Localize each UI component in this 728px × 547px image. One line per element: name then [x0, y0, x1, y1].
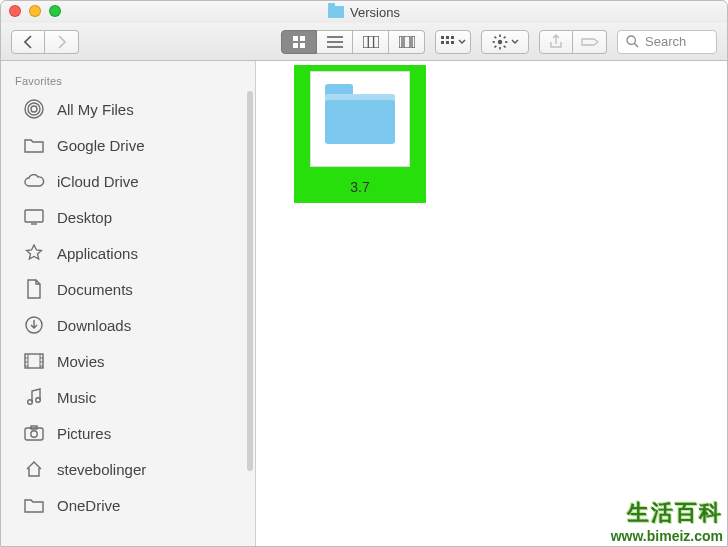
- sidebar-item-label: All My Files: [57, 101, 134, 118]
- gallery-view-button[interactable]: [389, 30, 425, 54]
- finder-window: Versions: [0, 0, 728, 547]
- tags-button[interactable]: [573, 30, 607, 54]
- tag-icon: [581, 36, 599, 48]
- sidebar-item-documents[interactable]: Documents: [1, 271, 255, 307]
- forward-button[interactable]: [45, 30, 79, 54]
- chevron-down-icon: [458, 39, 466, 45]
- arrange-segment: [435, 30, 471, 54]
- sidebar-item-desktop[interactable]: Desktop: [1, 199, 255, 235]
- sidebar-item-onedrive[interactable]: OneDrive: [1, 487, 255, 523]
- titlebar[interactable]: Versions: [1, 1, 727, 23]
- svg-point-46: [36, 398, 41, 403]
- body: Favorites All My Files Google Drive iClo…: [1, 61, 727, 546]
- share-icon: [549, 34, 563, 50]
- pictures-icon: [23, 422, 45, 444]
- chevron-down-icon: [511, 39, 519, 45]
- svg-line-29: [634, 43, 638, 47]
- action-button[interactable]: [481, 30, 529, 54]
- toolbar: Search: [1, 23, 727, 61]
- home-icon: [23, 458, 45, 480]
- chevron-right-icon: [57, 35, 66, 49]
- sidebar-item-music[interactable]: Music: [1, 379, 255, 415]
- window-title-text: Versions: [350, 5, 400, 20]
- sidebar-item-label: OneDrive: [57, 497, 120, 514]
- back-button[interactable]: [11, 30, 45, 54]
- close-button[interactable]: [9, 5, 21, 17]
- svg-rect-13: [441, 36, 444, 39]
- folder-item[interactable]: 3.7: [300, 71, 420, 195]
- column-view-button[interactable]: [353, 30, 389, 54]
- downloads-icon: [23, 314, 45, 336]
- documents-icon: [23, 278, 45, 300]
- folder-icon: [23, 134, 45, 156]
- folder-icon: [328, 6, 344, 18]
- content-area[interactable]: 3.7: [256, 61, 727, 546]
- action-segment: [481, 30, 529, 54]
- scrollbar[interactable]: [247, 91, 253, 471]
- share-button[interactable]: [539, 30, 573, 54]
- list-view-button[interactable]: [317, 30, 353, 54]
- folder-icon: [325, 94, 395, 144]
- svg-rect-2: [293, 43, 298, 48]
- svg-rect-17: [446, 41, 449, 44]
- sidebar-item-google-drive[interactable]: Google Drive: [1, 127, 255, 163]
- sidebar-item-label: Google Drive: [57, 137, 145, 154]
- view-mode-segment: [281, 30, 425, 54]
- list-icon: [327, 36, 343, 48]
- sidebar-item-label: Documents: [57, 281, 133, 298]
- sidebar-item-home[interactable]: stevebolinger: [1, 451, 255, 487]
- sidebar-item-icloud-drive[interactable]: iCloud Drive: [1, 163, 255, 199]
- grid-icon: [292, 35, 306, 49]
- window-controls: [9, 5, 61, 17]
- share-segment: [539, 30, 607, 54]
- sidebar-item-movies[interactable]: Movies: [1, 343, 255, 379]
- folder-thumbnail: [310, 71, 410, 167]
- svg-rect-0: [293, 36, 298, 41]
- svg-rect-1: [300, 36, 305, 41]
- sidebar-item-label: Downloads: [57, 317, 131, 334]
- sidebar-item-label: Movies: [57, 353, 105, 370]
- icon-view-button[interactable]: [281, 30, 317, 54]
- airdrop-icon: [23, 98, 45, 120]
- sidebar-section-favorites: Favorites: [1, 69, 255, 91]
- search-icon: [626, 35, 639, 48]
- music-icon: [23, 386, 45, 408]
- search-placeholder: Search: [645, 34, 686, 49]
- chevron-left-icon: [24, 35, 33, 49]
- sidebar-item-applications[interactable]: Applications: [1, 235, 255, 271]
- svg-rect-11: [404, 36, 410, 48]
- svg-point-48: [31, 431, 37, 437]
- svg-rect-33: [25, 210, 43, 222]
- svg-line-27: [494, 45, 496, 47]
- columns-icon: [363, 36, 379, 48]
- sidebar-item-downloads[interactable]: Downloads: [1, 307, 255, 343]
- svg-point-28: [627, 36, 635, 44]
- apps-icon: [23, 242, 45, 264]
- folder-icon: [23, 494, 45, 516]
- svg-line-26: [503, 36, 505, 38]
- sidebar-item-label: Desktop: [57, 209, 112, 226]
- cloud-icon: [23, 170, 45, 192]
- sidebar-item-label: stevebolinger: [57, 461, 146, 478]
- sidebar-item-label: Pictures: [57, 425, 111, 442]
- arrange-button[interactable]: [435, 30, 471, 54]
- search-field[interactable]: Search: [617, 30, 717, 54]
- coverflow-icon: [399, 36, 415, 48]
- arrange-icon: [441, 36, 455, 48]
- minimize-button[interactable]: [29, 5, 41, 17]
- nav-buttons: [11, 30, 79, 54]
- sidebar[interactable]: Favorites All My Files Google Drive iClo…: [1, 61, 256, 546]
- svg-rect-47: [25, 428, 43, 440]
- svg-point-31: [28, 103, 40, 115]
- zoom-button[interactable]: [49, 5, 61, 17]
- svg-point-19: [497, 39, 501, 43]
- sidebar-item-pictures[interactable]: Pictures: [1, 415, 255, 451]
- svg-point-45: [28, 400, 33, 405]
- svg-line-25: [503, 45, 505, 47]
- sidebar-item-all-my-files[interactable]: All My Files: [1, 91, 255, 127]
- svg-rect-15: [451, 36, 454, 39]
- sidebar-item-label: iCloud Drive: [57, 173, 139, 190]
- movies-icon: [23, 350, 45, 372]
- gear-icon: [492, 34, 508, 50]
- svg-point-30: [31, 106, 37, 112]
